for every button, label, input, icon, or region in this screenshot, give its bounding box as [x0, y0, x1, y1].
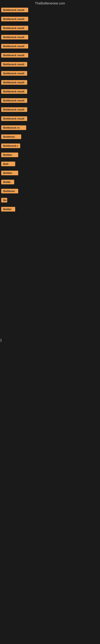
bottleneck-badge-10[interactable]: Bottleneck result	[1, 89, 27, 94]
bottleneck-item-2[interactable]: Bottleneck result	[1, 17, 100, 22]
bottleneck-item-20[interactable]: Bottle	[1, 180, 100, 185]
bottleneck-badge-20[interactable]: Bottle	[1, 180, 14, 184]
bottleneck-badge-23[interactable]: Bottler	[1, 207, 15, 212]
bottleneck-badge-1[interactable]: Bottleneck result	[1, 8, 28, 12]
bottleneck-badge-12[interactable]: Bottleneck result	[1, 107, 27, 112]
bottleneck-badge-8[interactable]: Bottleneck result	[1, 71, 27, 76]
bottom-spacer	[0, 342, 100, 503]
bottleneck-item-6[interactable]: Bottleneck result	[1, 53, 100, 58]
bottleneck-item-23[interactable]: Bottler	[1, 207, 100, 212]
bottleneck-badge-19[interactable]: Bottlen	[1, 171, 18, 175]
content-area: Bottleneck resultBottleneck resultBottle…	[0, 8, 100, 212]
bottleneck-item-3[interactable]: Bottleneck result	[1, 26, 100, 31]
bottleneck-badge-17[interactable]: Bottlen	[1, 152, 18, 157]
bottleneck-badge-18[interactable]: Bott	[1, 162, 15, 166]
bottleneck-item-15[interactable]: Bottlenec	[1, 134, 100, 140]
bottleneck-item-11[interactable]: Bottleneck result	[1, 98, 100, 104]
bottleneck-badge-14[interactable]: Bottleneck re	[1, 126, 26, 130]
bottleneck-badge-22[interactable]: Bo	[1, 198, 7, 202]
bottleneck-item-1[interactable]: Bottleneck result	[1, 8, 100, 13]
bottleneck-item-5[interactable]: Bottleneck result	[1, 44, 100, 49]
spacer	[0, 216, 100, 337]
bottleneck-badge-15[interactable]: Bottlenec	[1, 134, 21, 139]
bottleneck-item-18[interactable]: Bott	[1, 162, 100, 167]
bottleneck-badge-11[interactable]: Bottleneck result	[1, 98, 27, 103]
bottleneck-badge-2[interactable]: Bottleneck result	[1, 17, 28, 21]
bottleneck-item-14[interactable]: Bottleneck re	[1, 126, 100, 131]
bottleneck-badge-21[interactable]: Bottlenec	[1, 189, 18, 194]
bottleneck-item-19[interactable]: Bottlen	[1, 171, 100, 176]
bottleneck-item-10[interactable]: Bottleneck result	[1, 89, 100, 94]
bottleneck-badge-13[interactable]: Bottleneck result	[1, 116, 27, 121]
bottleneck-badge-3[interactable]: Bottleneck result	[1, 26, 28, 30]
bottleneck-badge-9[interactable]: Bottleneck result	[1, 80, 27, 85]
cursor-indicator	[1, 339, 1, 342]
bottleneck-item-4[interactable]: Bottleneck result	[1, 35, 100, 40]
site-header: TheBottlenecker.com	[0, 0, 100, 8]
site-title: TheBottlenecker.com	[0, 0, 100, 8]
bottleneck-item-16[interactable]: Bottleneck r	[1, 144, 100, 149]
bottleneck-badge-5[interactable]: Bottleneck result	[1, 44, 28, 48]
bottleneck-item-7[interactable]: Bottleneck result	[1, 62, 100, 68]
bottleneck-badge-4[interactable]: Bottleneck result	[1, 35, 28, 40]
bottleneck-item-22[interactable]: Bo	[1, 198, 100, 203]
bottleneck-badge-7[interactable]: Bottleneck result	[1, 62, 27, 66]
bottleneck-badge-16[interactable]: Bottleneck r	[1, 144, 20, 148]
bottleneck-item-21[interactable]: Bottlenec	[1, 189, 100, 194]
bottleneck-item-17[interactable]: Bottlen	[1, 152, 100, 158]
bottleneck-item-13[interactable]: Bottleneck result	[1, 116, 100, 122]
bottleneck-item-8[interactable]: Bottleneck result	[1, 71, 100, 76]
bottleneck-badge-6[interactable]: Bottleneck result	[1, 53, 28, 58]
bottleneck-item-12[interactable]: Bottleneck result	[1, 107, 100, 113]
bottleneck-item-9[interactable]: Bottleneck result	[1, 80, 100, 86]
